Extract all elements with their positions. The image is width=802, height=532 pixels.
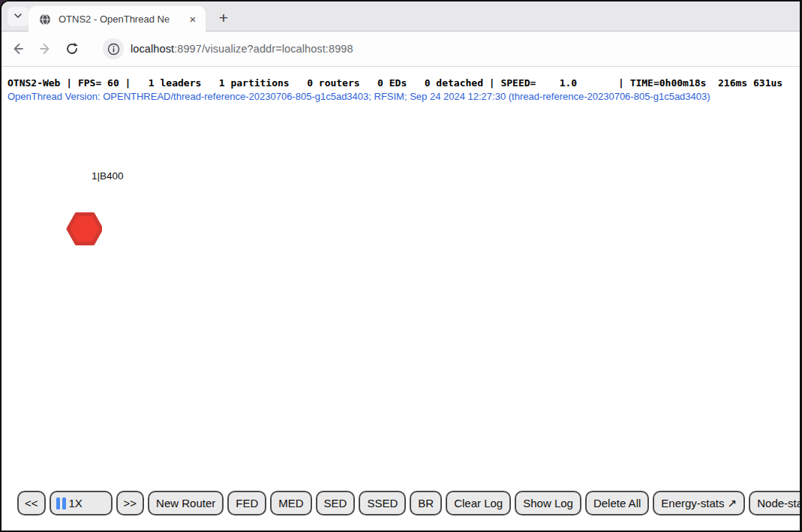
globe-favicon-icon — [39, 14, 51, 26]
node-label: 1|B400 — [92, 170, 124, 182]
openthread-version-link[interactable]: OpenThread Version: OPENTHREAD/thread-re… — [8, 91, 710, 102]
button-delete-all[interactable]: Delete All — [585, 491, 649, 515]
sim-controls: <<1X>>New RouterFEDMEDSEDSSEDBRClear Log… — [17, 491, 802, 515]
button-node-stats[interactable]: Node-stats ↗ — [749, 491, 802, 515]
back-button[interactable] — [8, 38, 29, 59]
info-icon — [107, 43, 120, 56]
browser-tab[interactable]: OTNS2 - OpenThread Ne × — [29, 6, 206, 32]
tab-strip: OTNS2 - OpenThread Ne × + — [2, 2, 800, 32]
button-label: SSED — [367, 497, 398, 509]
button-step-back[interactable]: << — [17, 491, 46, 515]
button-label: Show Log — [523, 497, 573, 509]
new-tab-button[interactable]: + — [213, 8, 234, 29]
address-bar[interactable]: localhost:8997/visualize?addr=localhost:… — [131, 43, 353, 55]
button-ssed[interactable]: SSED — [359, 491, 406, 515]
reload-button[interactable] — [62, 38, 83, 59]
button-show-log[interactable]: Show Log — [515, 491, 581, 515]
button-energy-stats[interactable]: Energy-stats ↗ — [653, 491, 745, 515]
button-med[interactable]: MED — [270, 491, 311, 515]
chevron-down-icon — [14, 10, 23, 23]
forward-button[interactable] — [35, 38, 56, 59]
button-sed[interactable]: SED — [316, 491, 356, 515]
browser-window: OTNS2 - OpenThread Ne × + — [0, 0, 802, 532]
node-hexagon[interactable] — [66, 212, 102, 249]
tab-title: OTNS2 - OpenThread Ne — [59, 14, 186, 25]
button-label: << — [25, 497, 38, 509]
button-label: >> — [124, 497, 137, 509]
button-label: Energy-stats ↗ — [661, 497, 737, 510]
url-path: :8997/visualize?addr=localhost:8998 — [174, 43, 353, 55]
button-speed[interactable]: 1X — [50, 491, 113, 515]
button-label: Delete All — [593, 497, 641, 509]
url-toolbar: localhost:8997/visualize?addr=localhost:… — [2, 32, 800, 67]
button-clear-log[interactable]: Clear Log — [446, 491, 511, 515]
node-hexagon-shape — [68, 215, 101, 244]
button-new-router[interactable]: New Router — [148, 491, 224, 515]
button-label: 1X — [69, 497, 83, 509]
button-label: BR — [418, 497, 434, 509]
button-label: Node-stats ↗ — [757, 497, 802, 510]
button-step-forward[interactable]: >> — [116, 491, 145, 515]
button-br[interactable]: BR — [410, 491, 442, 515]
button-label: New Router — [156, 497, 215, 509]
site-info-button[interactable] — [103, 38, 124, 59]
tab-search-button[interactable] — [8, 7, 29, 26]
button-label: Clear Log — [454, 497, 503, 509]
button-fed[interactable]: FED — [227, 491, 266, 515]
url-host: localhost — [131, 43, 174, 55]
otns-canvas: OTNS2-Web | FPS= 60 | 1 leaders 1 partit… — [2, 68, 800, 530]
tab-title-fade — [165, 14, 186, 25]
button-label: MED — [278, 497, 303, 509]
button-label: FED — [236, 497, 258, 509]
button-label: SED — [324, 497, 347, 509]
tab-close-icon[interactable]: × — [186, 13, 200, 26]
pause-icon — [56, 497, 66, 509]
sim-status-line: OTNS2-Web | FPS= 60 | 1 leaders 1 partit… — [8, 77, 782, 89]
